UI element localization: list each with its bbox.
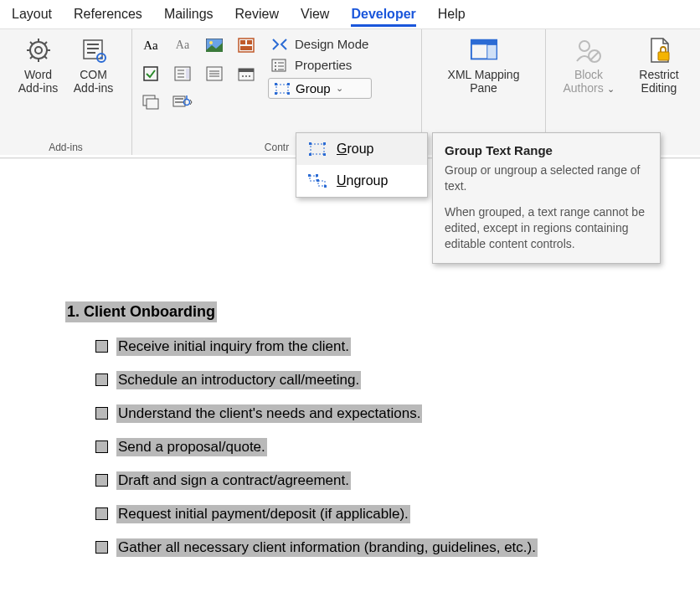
- block-authors-label-2: Authors: [563, 81, 603, 95]
- checkbox-icon[interactable]: [95, 373, 108, 386]
- svg-rect-12: [87, 48, 99, 49]
- svg-line-8: [30, 56, 33, 59]
- svg-rect-13: [87, 52, 95, 54]
- flyout-group-label: Group: [337, 142, 373, 157]
- svg-rect-42: [175, 101, 183, 103]
- svg-point-1: [35, 47, 42, 54]
- rich-text-content-control-button[interactable]: Aa: [139, 34, 162, 56]
- tab-help[interactable]: Help: [438, 5, 466, 27]
- svg-rect-21: [240, 46, 252, 50]
- svg-line-9: [44, 42, 47, 44]
- svg-rect-64: [311, 144, 324, 154]
- checkbox-icon[interactable]: [95, 440, 108, 453]
- controls-gallery: Aa Aa: [139, 34, 260, 140]
- checkbox-content-control-button[interactable]: [139, 63, 162, 85]
- tab-view[interactable]: View: [301, 5, 329, 27]
- svg-point-15: [100, 56, 102, 59]
- tooltip-line-1: Group or ungroup a selected range of tex…: [445, 162, 648, 194]
- tab-developer[interactable]: Developer: [351, 5, 415, 27]
- svg-rect-58: [471, 40, 496, 45]
- plain-text-content-control-button[interactable]: Aa: [171, 34, 194, 56]
- tab-layout[interactable]: Layout: [12, 5, 52, 27]
- tooltip: Group Text Range Group or ungroup a sele…: [432, 132, 661, 264]
- restrict-editing-icon: [645, 36, 673, 64]
- list-item: Request initial payment/deposit (if appl…: [116, 505, 410, 523]
- list-item: Draft and sign a contract/agreement.: [116, 471, 351, 490]
- properties-label: Properties: [295, 58, 352, 72]
- restrict-label-2: Editing: [641, 81, 677, 95]
- properties-button[interactable]: Properties: [268, 57, 372, 73]
- repeating-section-content-control-button[interactable]: [139, 91, 162, 113]
- flyout-ungroup-item[interactable]: Ungroup: [296, 165, 427, 197]
- svg-rect-27: [186, 69, 189, 79]
- tab-references[interactable]: References: [74, 5, 142, 27]
- building-block-content-control-button[interactable]: [234, 34, 258, 56]
- com-addins-icon: [80, 36, 108, 64]
- checkbox-icon[interactable]: [95, 507, 108, 520]
- svg-rect-33: [239, 69, 254, 72]
- xml-mapping-label-2: Pane: [470, 81, 497, 95]
- group-icon: [274, 83, 291, 95]
- svg-rect-55: [275, 92, 277, 95]
- tab-review[interactable]: Review: [235, 5, 279, 27]
- block-authors-icon: [574, 36, 603, 64]
- svg-rect-22: [144, 67, 157, 80]
- group-dropdown-label: Group: [296, 81, 331, 95]
- svg-rect-70: [318, 181, 325, 186]
- svg-point-60: [579, 41, 589, 51]
- word-addins-button[interactable]: Word Add-ins: [13, 34, 64, 140]
- list-item: Gather all necessary client information …: [116, 538, 538, 557]
- svg-line-62: [590, 52, 599, 60]
- list-item: Schedule an introductory call/meeting.: [116, 371, 361, 389]
- legacy-tools-button[interactable]: [171, 91, 194, 113]
- word-addins-label-2: Add-ins: [18, 81, 58, 95]
- svg-point-50: [275, 69, 276, 70]
- checkbox-icon[interactable]: [95, 541, 108, 554]
- xml-mapping-pane-button[interactable]: XML Mapping Pane: [434, 34, 534, 140]
- flyout-group-item[interactable]: Group: [296, 133, 427, 165]
- tooltip-title: Group Text Range: [445, 143, 648, 157]
- chevron-down-icon: ⌄: [607, 84, 615, 94]
- gear-icon: [24, 36, 53, 64]
- addins-group-label: Add-ins: [49, 140, 83, 153]
- list-item: Send a proposal/quote.: [116, 438, 267, 456]
- word-addins-label-1: Word: [24, 68, 52, 81]
- picture-content-control-button[interactable]: [203, 34, 226, 56]
- checkbox-icon[interactable]: [95, 474, 108, 487]
- xml-mapping-icon: [470, 36, 498, 64]
- restrict-editing-button[interactable]: Restrict Editing: [629, 34, 689, 140]
- date-picker-content-control-button[interactable]: [234, 63, 258, 85]
- design-mode-button[interactable]: Design Mode: [268, 36, 372, 52]
- checkbox-icon[interactable]: [95, 407, 108, 420]
- svg-rect-63: [658, 52, 669, 60]
- com-addins-button[interactable]: COM Add-ins: [69, 34, 119, 140]
- dropdown-content-control-button[interactable]: [203, 63, 226, 85]
- svg-point-46: [275, 62, 276, 64]
- block-authors-label-1: Block: [574, 68, 603, 81]
- controls-group-label: Contr: [265, 140, 289, 153]
- svg-rect-66: [323, 142, 326, 145]
- ungroup-icon: [308, 174, 327, 188]
- list-item: Understand the client's needs and expect…: [116, 404, 422, 423]
- group-dropdown-button[interactable]: Group ⌄: [268, 78, 372, 99]
- combo-box-content-control-button[interactable]: [171, 63, 194, 85]
- svg-rect-54: [287, 83, 290, 85]
- svg-point-17: [209, 41, 213, 44]
- svg-rect-41: [175, 98, 183, 100]
- svg-rect-52: [276, 85, 288, 93]
- checkbox-icon[interactable]: [95, 340, 108, 353]
- checklist: Receive initial inquiry from the client.…: [65, 337, 700, 557]
- svg-rect-74: [324, 185, 327, 188]
- svg-rect-69: [310, 176, 317, 181]
- flyout-ungroup-label: Ungroup: [337, 173, 388, 188]
- svg-point-37: [249, 75, 250, 77]
- design-mode-icon: [271, 38, 288, 51]
- svg-rect-72: [316, 174, 318, 177]
- svg-rect-11: [87, 44, 99, 45]
- com-addins-label-1: COM: [80, 68, 107, 81]
- group-icon: [308, 142, 327, 156]
- svg-rect-59: [486, 44, 496, 59]
- list-item: Receive initial inquiry from the client.: [116, 337, 351, 356]
- ribbon-tabstrip: Layout References Mailings Review View D…: [0, 0, 700, 28]
- tab-mailings[interactable]: Mailings: [164, 5, 214, 27]
